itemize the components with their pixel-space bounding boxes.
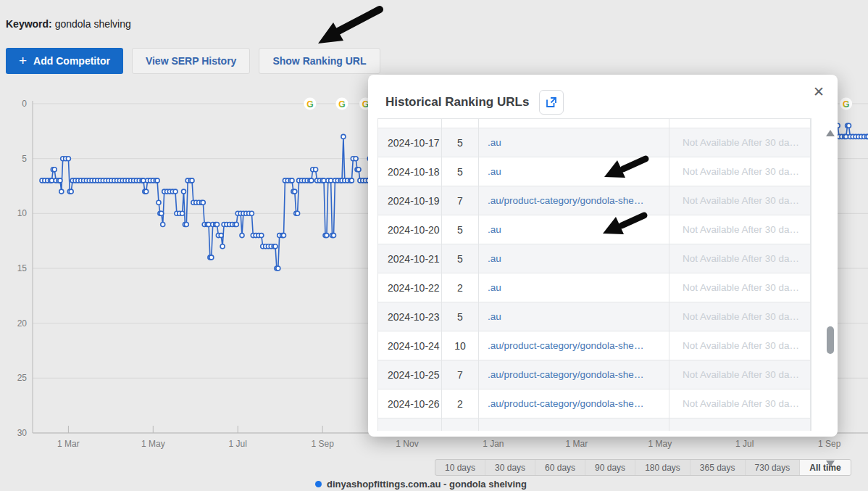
data-point-marker[interactable] — [209, 255, 214, 260]
cell-date: 2024-10-25 — [378, 360, 442, 389]
svg-text:1 Mar: 1 Mar — [566, 439, 588, 449]
data-point-marker[interactable] — [161, 223, 165, 227]
data-point-marker[interactable] — [201, 200, 205, 205]
scrollbar-thumb[interactable] — [827, 326, 834, 354]
data-point-marker[interactable] — [180, 211, 185, 215]
page: { "page": {"background": "#eaeaea"}, "he… — [0, 0, 868, 491]
data-point-marker[interactable] — [293, 189, 297, 194]
cell-ranking-url-link[interactable]: .au — [479, 128, 669, 157]
cell-ranking-url-link[interactable]: .au/product-category/gondola-she… — [479, 389, 669, 418]
data-point-marker[interactable] — [354, 157, 358, 161]
cell-note: Not Available After 30 da… — [669, 360, 811, 389]
data-point-marker[interactable] — [349, 178, 354, 183]
data-point-marker[interactable] — [290, 178, 294, 183]
partial-row-bottom — [378, 418, 811, 431]
data-point-marker[interactable] — [240, 234, 244, 238]
modal-scrollbar[interactable] — [825, 121, 836, 491]
data-point-marker[interactable] — [219, 234, 223, 238]
data-point-marker[interactable] — [259, 234, 264, 238]
data-point-marker[interactable] — [52, 168, 57, 172]
cell-date: 2024-10-21 — [378, 244, 442, 273]
range-button-730-days[interactable]: 730 days — [746, 460, 801, 475]
svg-text:20: 20 — [17, 318, 28, 329]
data-point-marker[interactable] — [234, 223, 238, 227]
data-point-marker[interactable] — [155, 178, 159, 183]
table-row: 2024-10-235.auNot Available After 30 da… — [378, 302, 811, 331]
data-point-marker[interactable] — [157, 200, 161, 205]
data-point-marker[interactable] — [341, 134, 346, 139]
table-row: 2024-10-205.auNot Available After 30 da… — [378, 215, 811, 244]
cell-ranking-url-link[interactable]: .au/product-category/gondola-she… — [479, 360, 669, 389]
cell-ranking-url-link[interactable]: .au/product-category/gondola-she… — [479, 186, 669, 215]
data-point-marker[interactable] — [847, 123, 851, 128]
cell-ranking-url-link[interactable]: .au — [479, 273, 669, 302]
range-button-180-days[interactable]: 180 days — [635, 460, 690, 475]
svg-text:5: 5 — [22, 154, 27, 164]
data-point-marker[interactable] — [159, 211, 164, 215]
data-point-marker[interactable] — [276, 266, 280, 271]
data-point-marker[interactable] — [66, 157, 70, 161]
data-point-marker[interactable] — [332, 234, 336, 238]
cell-date: 2024-10-17 — [378, 128, 442, 157]
table-row: 2024-10-222.auNot Available After 30 da… — [378, 273, 811, 302]
scroll-up-arrow-icon[interactable] — [826, 130, 835, 136]
table-row: 2024-10-2410.au/product-category/gondola… — [378, 331, 811, 360]
cell-ranking-url-link[interactable]: .au — [479, 157, 669, 186]
range-button-10-days[interactable]: 10 days — [435, 460, 485, 475]
cell-ranking-url-link[interactable]: .au — [479, 215, 669, 244]
cell-ranking-url-link[interactable]: .au/product-category/gondola-she… — [479, 331, 669, 360]
series-dot-icon — [315, 481, 322, 487]
cell-note: Not Available After 30 da… — [669, 244, 811, 273]
data-point-marker[interactable] — [356, 168, 361, 172]
data-point-marker[interactable] — [184, 223, 188, 227]
scroll-down-arrow-icon[interactable] — [826, 461, 835, 467]
data-point-marker[interactable] — [273, 244, 277, 249]
svg-text:1 May: 1 May — [141, 439, 165, 449]
cell-ranking-url-link[interactable]: .au — [479, 244, 669, 273]
modal-title: Historical Ranking URLs — [385, 95, 529, 110]
range-button-60-days[interactable]: 60 days — [535, 460, 585, 475]
data-point-marker[interactable] — [69, 189, 73, 194]
google-g-glyph: G — [338, 99, 345, 110]
data-point-marker[interactable] — [282, 234, 286, 238]
cell-rank: 10 — [442, 331, 479, 360]
data-point-marker[interactable] — [190, 178, 194, 183]
cell-date: 2024-10-23 — [378, 302, 442, 331]
range-button-90-days[interactable]: 90 days — [585, 460, 635, 475]
data-point-marker[interactable] — [59, 189, 64, 194]
svg-text:1 Jul: 1 Jul — [229, 439, 247, 449]
range-button-365-days[interactable]: 365 days — [690, 460, 746, 475]
cell-rank: 5 — [442, 215, 479, 244]
data-point-marker[interactable] — [309, 178, 314, 183]
svg-text:1 Nov: 1 Nov — [396, 439, 418, 449]
svg-text:1 Jul: 1 Jul — [735, 439, 754, 449]
ranking-urls-table: 2024-10-175.auNot Available After 30 da…… — [377, 118, 811, 431]
cell-date: 2024-10-18 — [378, 157, 442, 186]
google-g-glyph: G — [306, 99, 313, 110]
data-point-marker[interactable] — [215, 223, 220, 227]
data-point-marker[interactable] — [173, 189, 178, 194]
cell-rank: 2 — [442, 389, 479, 418]
data-point-marker[interactable] — [325, 234, 329, 238]
open-external-button[interactable] — [539, 90, 564, 115]
data-point-marker[interactable] — [296, 211, 300, 215]
cell-rank: 7 — [442, 360, 479, 389]
data-point-marker[interactable] — [314, 168, 318, 172]
data-point-marker[interactable] — [182, 189, 186, 194]
chart-legend: dinyashopfittings.com.au - gondola shelv… — [0, 479, 868, 490]
svg-text:1 Sep: 1 Sep — [311, 439, 334, 449]
data-point-marker[interactable] — [249, 211, 254, 215]
data-point-marker[interactable] — [220, 244, 225, 249]
google-g-glyph: G — [843, 99, 849, 110]
svg-text:30: 30 — [17, 428, 28, 438]
data-point-marker[interactable] — [144, 189, 149, 194]
close-icon[interactable]: ✕ — [810, 82, 827, 102]
cell-ranking-url-link[interactable]: .au — [479, 302, 669, 331]
svg-text:1 Jan: 1 Jan — [483, 439, 504, 449]
svg-text:1 Mar: 1 Mar — [57, 439, 80, 449]
data-point-marker[interactable] — [58, 178, 62, 183]
svg-text:0: 0 — [22, 99, 27, 109]
range-button-30-days[interactable]: 30 days — [485, 460, 535, 475]
table-row: 2024-10-185.auNot Available After 30 da… — [378, 157, 811, 186]
table-row: 2024-10-197.au/product-category/gondola-… — [378, 186, 811, 215]
